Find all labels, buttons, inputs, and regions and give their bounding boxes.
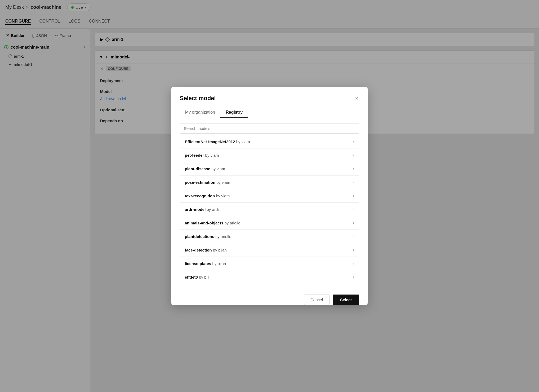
model-list-item[interactable]: effdet0 by bill › <box>180 270 359 284</box>
modal-tab-registry[interactable]: Registry <box>220 107 248 118</box>
model-name: ardr-model by ardr <box>185 207 219 212</box>
model-name: animals-and-objects by arielle <box>185 221 240 225</box>
model-list-item[interactable]: pose-estimation by viam › <box>180 176 359 189</box>
model-list-item[interactable]: plant-disease by viam › <box>180 162 359 176</box>
modal-header: Select model × <box>171 87 368 107</box>
cancel-button[interactable]: Cancel <box>304 295 330 305</box>
modal-tabs: My organization Registry <box>171 107 368 118</box>
model-list-item[interactable]: pet-feeder by viam › <box>180 148 359 162</box>
modal-title: Select model <box>180 95 216 102</box>
model-search-input[interactable] <box>180 123 359 134</box>
chevron-right-icon: › <box>353 234 354 239</box>
modal-body: EfficientNet-ImageNet2012 by viam › pet-… <box>171 118 368 289</box>
model-name: pose-estimation by viam <box>185 180 230 185</box>
chevron-right-icon: › <box>353 180 354 185</box>
model-name: EfficientNet-ImageNet2012 by viam <box>185 139 250 144</box>
model-name: pet-feeder by viam <box>185 153 219 157</box>
chevron-right-icon: › <box>353 275 354 279</box>
chevron-right-icon: › <box>353 139 354 144</box>
model-name: plant-disease by viam <box>185 167 225 171</box>
model-list: EfficientNet-ImageNet2012 by viam › pet-… <box>180 135 359 284</box>
chevron-right-icon: › <box>353 248 354 252</box>
model-name: plantdetections by arielle <box>185 234 231 239</box>
model-name: face-detection by bijan <box>185 248 227 252</box>
chevron-right-icon: › <box>353 193 354 198</box>
chevron-right-icon: › <box>353 153 354 157</box>
modal-close-button[interactable]: × <box>354 95 359 102</box>
select-model-modal: Select model × My organization Registry … <box>171 87 368 305</box>
chevron-right-icon: › <box>353 207 354 212</box>
model-name: effdet0 by bill <box>185 275 209 279</box>
model-list-item[interactable]: license-plates by bijan › <box>180 257 359 270</box>
model-name: text-recognition by viam <box>185 194 230 198</box>
model-list-item[interactable]: plantdetections by arielle › <box>180 230 359 243</box>
model-list-item[interactable]: animals-and-objects by arielle › <box>180 216 359 230</box>
select-button[interactable]: Select <box>333 295 359 305</box>
model-list-item[interactable]: text-recognition by viam › <box>180 189 359 203</box>
model-list-item[interactable]: face-detection by bijan › <box>180 243 359 257</box>
modal-tab-my-organization[interactable]: My organization <box>180 107 220 118</box>
model-list-item[interactable]: EfficientNet-ImageNet2012 by viam › <box>180 135 359 148</box>
chevron-right-icon: › <box>353 261 354 266</box>
chevron-right-icon: › <box>353 166 354 171</box>
modal-footer: Cancel Select <box>171 289 368 305</box>
chevron-right-icon: › <box>353 220 354 225</box>
model-name: license-plates by bijan <box>185 261 226 266</box>
model-list-item[interactable]: ardr-model by ardr › <box>180 203 359 216</box>
modal-overlay: Select model × My organization Registry … <box>0 0 539 392</box>
